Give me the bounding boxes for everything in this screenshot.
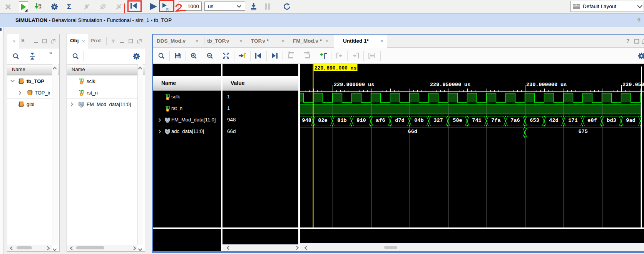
svg-text:04b: 04b (414, 118, 423, 123)
svg-text:d7d: d7d (395, 118, 404, 123)
svg-text:327: 327 (433, 118, 443, 123)
svg-text:(T): (T) (166, 8, 169, 11)
svg-text:653: 653 (530, 118, 539, 123)
svg-text:230.0500: 230.0500 (622, 82, 644, 88)
svg-text:bd3: bd3 (607, 118, 616, 123)
svg-text:e8f: e8f (587, 118, 597, 123)
svg-text:01: 01 (38, 4, 42, 7)
svg-text:171: 171 (568, 118, 577, 123)
svg-text:7fa: 7fa (491, 118, 500, 123)
svg-text:81b: 81b (337, 118, 346, 123)
svg-text:948: 948 (302, 118, 311, 123)
svg-text:910: 910 (356, 118, 366, 123)
svg-text:af6: af6 (376, 118, 385, 123)
svg-text:741: 741 (472, 118, 481, 123)
svg-text:229.900000 us: 229.900000 us (334, 82, 374, 88)
svg-text:58e: 58e (453, 118, 462, 123)
svg-text:42d: 42d (549, 118, 558, 123)
svg-text:7a6: 7a6 (510, 118, 520, 123)
svg-text:66d: 66d (408, 129, 417, 134)
svg-text:230.000000 us: 230.000000 us (526, 82, 567, 88)
svg-text:82e: 82e (318, 118, 327, 123)
svg-text:229,890.000 ns: 229,890.000 ns (314, 65, 356, 71)
svg-text:9ad: 9ad (626, 118, 635, 123)
svg-text:675: 675 (579, 129, 588, 134)
svg-text:229.950000 us: 229.950000 us (430, 82, 470, 88)
svg-text:10: 10 (38, 7, 42, 9)
